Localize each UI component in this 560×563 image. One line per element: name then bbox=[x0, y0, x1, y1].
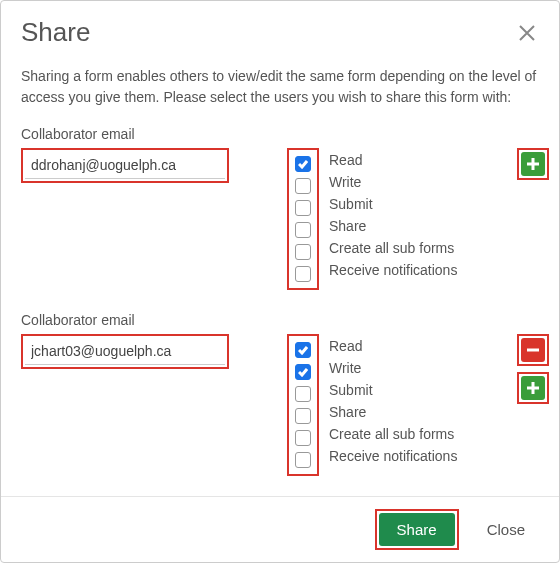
share-button[interactable]: Share bbox=[379, 513, 455, 546]
checkbox-receive-notifications[interactable] bbox=[295, 266, 311, 282]
highlight-box bbox=[517, 372, 549, 404]
minus-icon[interactable] bbox=[521, 338, 545, 362]
highlight-box bbox=[517, 334, 549, 366]
action-buttons bbox=[517, 148, 553, 180]
perm-label: Create all sub forms bbox=[329, 426, 457, 442]
highlight-box bbox=[21, 334, 229, 369]
checkbox-share[interactable] bbox=[295, 222, 311, 238]
checkbox-write[interactable] bbox=[295, 178, 311, 194]
highlight-box bbox=[287, 148, 319, 290]
checkbox-submit[interactable] bbox=[295, 200, 311, 216]
perm-label: Write bbox=[329, 174, 457, 190]
checkbox-stack bbox=[291, 152, 315, 286]
checkbox-read[interactable] bbox=[295, 342, 311, 358]
highlight-box bbox=[287, 334, 319, 476]
checkbox-read[interactable] bbox=[295, 156, 311, 172]
plus-icon[interactable] bbox=[521, 152, 545, 176]
perm-label: Receive notifications bbox=[329, 262, 457, 278]
modal-title: Share bbox=[21, 17, 90, 48]
action-buttons bbox=[517, 334, 553, 404]
permission-labels: Read Write Submit Share Create all sub f… bbox=[329, 334, 457, 468]
collaborator-email-label: Collaborator email bbox=[21, 126, 553, 142]
perm-label: Share bbox=[329, 218, 457, 234]
permissions-column: Read Write Submit Share Create all sub f… bbox=[287, 148, 457, 290]
collaborator-email-label: Collaborator email bbox=[21, 312, 553, 328]
collaborator-row: Read Write Submit Share Create all sub f… bbox=[21, 148, 553, 290]
checkbox-receive-notifications[interactable] bbox=[295, 452, 311, 468]
perm-label: Submit bbox=[329, 196, 457, 212]
perm-label: Read bbox=[329, 338, 457, 354]
email-field[interactable] bbox=[25, 338, 225, 365]
description-text: Sharing a form enables others to view/ed… bbox=[21, 66, 553, 108]
modal-header: Share bbox=[1, 1, 559, 58]
checkbox-submit[interactable] bbox=[295, 386, 311, 402]
perm-label: Read bbox=[329, 152, 457, 168]
checkbox-create-subforms[interactable] bbox=[295, 430, 311, 446]
highlight-box bbox=[21, 148, 229, 183]
checkbox-write[interactable] bbox=[295, 364, 311, 380]
close-icon[interactable] bbox=[515, 21, 539, 45]
email-field[interactable] bbox=[25, 152, 225, 179]
checkbox-share[interactable] bbox=[295, 408, 311, 424]
highlight-box: Share bbox=[375, 509, 459, 550]
collaborator-row: Read Write Submit Share Create all sub f… bbox=[21, 334, 553, 476]
collaborator-block: Collaborator email bbox=[21, 126, 553, 290]
plus-icon[interactable] bbox=[521, 376, 545, 400]
permissions-column: Read Write Submit Share Create all sub f… bbox=[287, 334, 457, 476]
permission-labels: Read Write Submit Share Create all sub f… bbox=[329, 148, 457, 282]
perm-label: Write bbox=[329, 360, 457, 376]
checkbox-stack bbox=[291, 338, 315, 472]
perm-label: Create all sub forms bbox=[329, 240, 457, 256]
perm-label: Share bbox=[329, 404, 457, 420]
checkbox-create-subforms[interactable] bbox=[295, 244, 311, 260]
modal-body[interactable]: Sharing a form enables others to view/ed… bbox=[1, 58, 559, 496]
highlight-box bbox=[517, 148, 549, 180]
perm-label: Receive notifications bbox=[329, 448, 457, 464]
modal-footer: Share Close bbox=[1, 496, 559, 562]
share-modal: Share Sharing a form enables others to v… bbox=[0, 0, 560, 563]
collaborator-block: Collaborator email bbox=[21, 312, 553, 476]
perm-label: Submit bbox=[329, 382, 457, 398]
close-button[interactable]: Close bbox=[469, 513, 543, 546]
